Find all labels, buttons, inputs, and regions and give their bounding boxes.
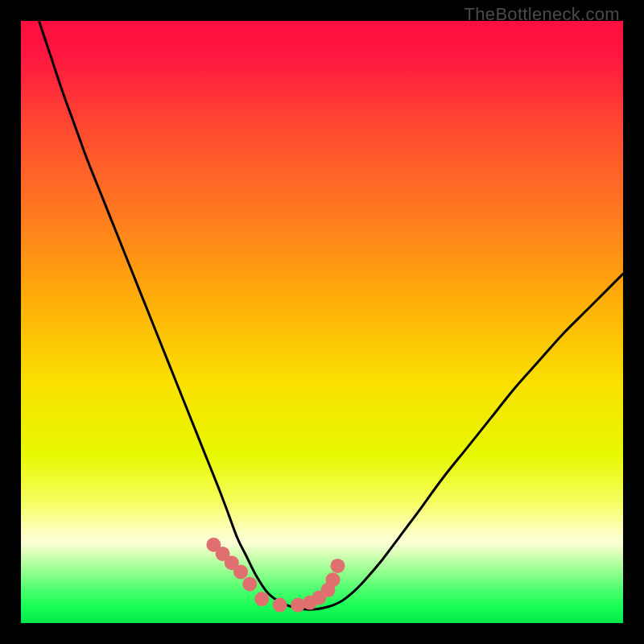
curve-marker [291, 598, 305, 613]
curve-marker [233, 564, 248, 579]
bottleneck-curve [39, 21, 623, 609]
curve-marker [330, 559, 345, 573]
curve-marker [254, 592, 269, 606]
curve-marker [325, 572, 340, 587]
chart-plot-area [21, 21, 623, 623]
marker-group [206, 538, 345, 613]
watermark-text: TheBottleneck.com [464, 4, 620, 25]
chart-frame: TheBottleneck.com [0, 0, 644, 644]
curve-marker [273, 598, 287, 613]
chart-svg-layer [21, 21, 623, 623]
curve-marker [242, 576, 257, 591]
